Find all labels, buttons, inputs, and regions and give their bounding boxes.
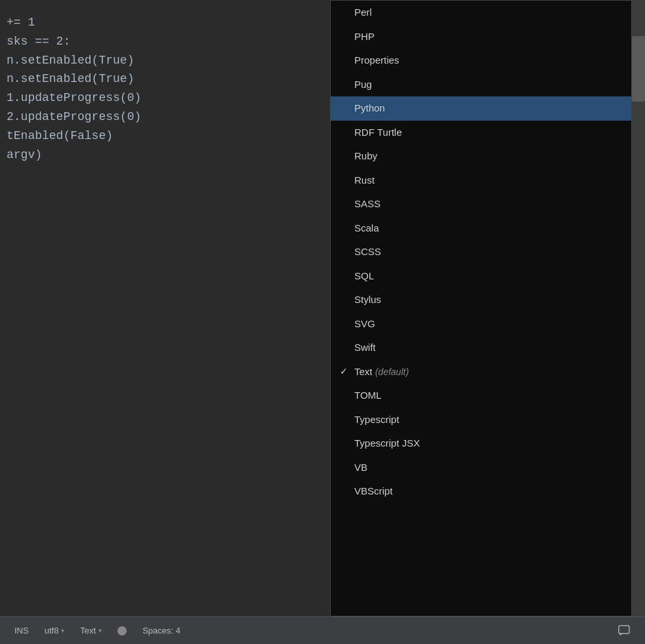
menu-item-php[interactable]: PHP bbox=[331, 25, 631, 49]
code-line: 2.updateProgress(0) bbox=[7, 108, 322, 127]
syntax-selector[interactable]: Text ▾ bbox=[72, 617, 110, 644]
code-line: sks == 2: bbox=[7, 32, 322, 51]
ins-label: INS bbox=[14, 626, 29, 635]
menu-item-scala[interactable]: Scala bbox=[331, 216, 631, 241]
scrollbar-track[interactable] bbox=[632, 0, 645, 616]
status-circle-icon bbox=[117, 626, 127, 635]
svg-rect-0 bbox=[619, 626, 629, 634]
menu-item-rust[interactable]: Rust bbox=[331, 169, 631, 193]
chat-button[interactable] bbox=[610, 617, 638, 644]
menu-item-perl[interactable]: Perl bbox=[331, 1, 631, 25]
syntax-label: Text bbox=[80, 626, 96, 635]
menu-item-typescript[interactable]: Typescript bbox=[331, 408, 631, 432]
code-line: += 1 bbox=[7, 13, 322, 32]
default-label: (default) bbox=[375, 367, 409, 377]
code-line: n.setEnabled(True) bbox=[7, 51, 322, 70]
code-line: argv) bbox=[7, 146, 322, 165]
spaces-status[interactable]: Spaces: 4 bbox=[135, 617, 188, 644]
code-editor: += 1 sks == 2: n.setEnabled(True) n.setE… bbox=[0, 0, 328, 616]
menu-item-toml[interactable]: TOML bbox=[331, 384, 631, 408]
menu-item-stylus[interactable]: Stylus bbox=[331, 288, 631, 312]
encoding-selector[interactable]: utf8 ▾ bbox=[37, 617, 73, 644]
menu-item-rdf-turtle[interactable]: RDF Turtle bbox=[331, 121, 631, 145]
spaces-label: Spaces: 4 bbox=[142, 626, 180, 635]
menu-item-sass[interactable]: SASS bbox=[331, 192, 631, 216]
menu-item-ruby[interactable]: Ruby bbox=[331, 144, 631, 169]
status-circle-item[interactable] bbox=[110, 617, 135, 644]
menu-item-properties[interactable]: Properties bbox=[331, 49, 631, 73]
menu-item-text[interactable]: Text (default) bbox=[331, 360, 631, 384]
menu-item-typescript-jsx[interactable]: Typescript JSX bbox=[331, 432, 631, 456]
menu-item-sql[interactable]: SQL bbox=[331, 264, 631, 289]
encoding-arrow: ▾ bbox=[61, 627, 64, 634]
chat-icon bbox=[617, 624, 631, 637]
code-line: 1.updateProgress(0) bbox=[7, 89, 322, 108]
code-line: n.setEnabled(True) bbox=[7, 70, 322, 89]
code-line: tEnabled(False) bbox=[7, 127, 322, 146]
language-dropdown: Perl PHP Properties Pug Python RDF Turtl… bbox=[330, 0, 632, 616]
scrollbar-thumb[interactable] bbox=[632, 36, 645, 102]
menu-item-python[interactable]: Python bbox=[331, 96, 631, 121]
menu-item-vb[interactable]: VB bbox=[331, 456, 631, 480]
ins-status[interactable]: INS bbox=[7, 617, 37, 644]
menu-item-scss[interactable]: SCSS bbox=[331, 240, 631, 264]
menu-item-vbscript[interactable]: VBScript bbox=[331, 479, 631, 504]
menu-item-svg[interactable]: SVG bbox=[331, 312, 631, 336]
menu-item-swift[interactable]: Swift bbox=[331, 336, 631, 360]
menu-item-pug[interactable]: Pug bbox=[331, 73, 631, 97]
encoding-label: utf8 bbox=[45, 626, 59, 635]
syntax-arrow: ▾ bbox=[98, 627, 102, 634]
status-bar: INS utf8 ▾ Text ▾ Spaces: 4 bbox=[0, 616, 645, 644]
